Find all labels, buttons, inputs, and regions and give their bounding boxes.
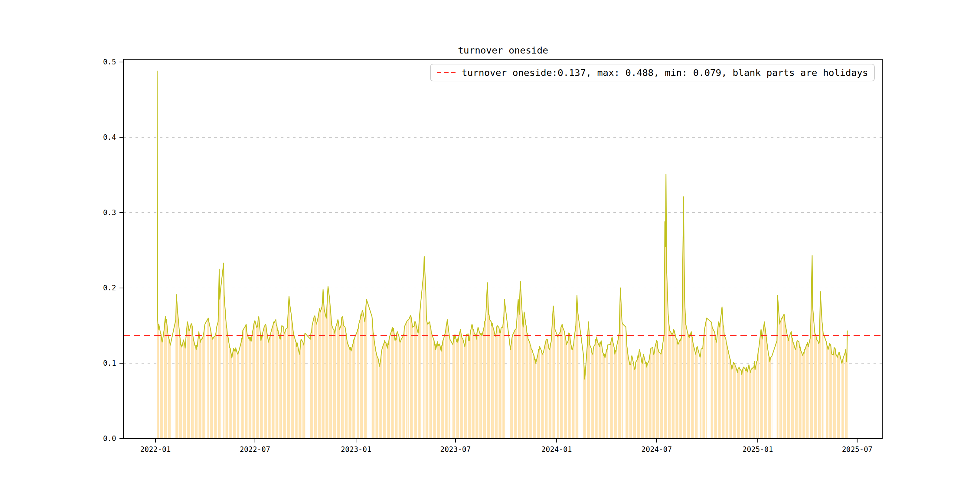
svg-text:2025-01: 2025-01 (743, 445, 773, 454)
svg-text:2024-07: 2024-07 (641, 445, 672, 454)
svg-text:2024-01: 2024-01 (541, 445, 572, 454)
turnover-line (157, 71, 848, 379)
svg-text:2023-07: 2023-07 (440, 445, 471, 454)
svg-text:0.5: 0.5 (103, 58, 116, 66)
legend: turnover_oneside:0.137, max: 0.488, min:… (430, 64, 875, 81)
x-axis-ticks: 2022-012022-072023-012023-072024-012024-… (140, 439, 872, 454)
svg-text:2022-07: 2022-07 (240, 445, 270, 454)
y-axis-ticks: 0.00.10.20.30.40.5 (103, 58, 123, 443)
legend-label: turnover_oneside:0.137, max: 0.488, min:… (461, 67, 868, 78)
svg-text:0.0: 0.0 (103, 434, 116, 443)
daily-bars (157, 71, 848, 439)
legend-dash-icon (437, 72, 455, 73)
svg-text:2025-07: 2025-07 (842, 445, 872, 454)
svg-text:0.1: 0.1 (103, 359, 116, 368)
svg-text:0.4: 0.4 (103, 133, 116, 142)
matplotlib-figure: turnover oneside 0.00.10.20.30.40.52022-… (0, 0, 980, 490)
svg-text:2022-01: 2022-01 (140, 445, 170, 454)
svg-text:2023-01: 2023-01 (341, 445, 371, 454)
svg-text:0.2: 0.2 (103, 284, 116, 292)
gridlines (123, 62, 882, 363)
svg-text:0.3: 0.3 (103, 208, 116, 217)
